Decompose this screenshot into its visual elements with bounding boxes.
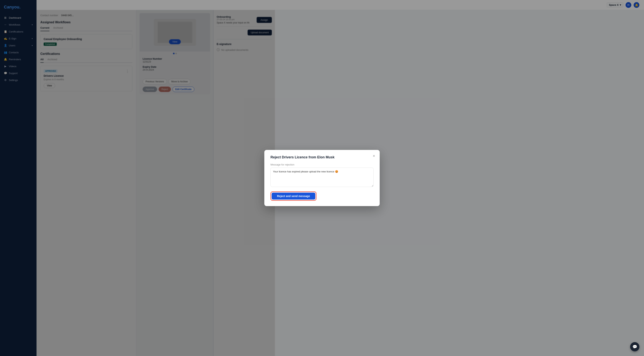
message-label: Message for rejection	[270, 163, 374, 166]
chat-icon: 💬	[632, 344, 637, 349]
rejection-message-input[interactable]: Your licence has expired please upload t…	[270, 168, 374, 187]
main-area: Space X ▾ FI 🔔 Contact number 0448 045..…	[36, 0, 644, 356]
modal-close-button[interactable]: ×	[373, 154, 375, 158]
reject-modal: Reject Drivers Licence from Elon Musk × …	[264, 150, 380, 206]
modal-title: Reject Drivers Licence from Elon Musk	[270, 155, 374, 159]
modal-overlay: Reject Drivers Licence from Elon Musk × …	[36, 0, 644, 356]
reject-and-send-button[interactable]: Reject and send message	[272, 193, 315, 200]
chat-bubble[interactable]: 💬	[630, 342, 640, 351]
reject-send-wrapper: Reject and send message	[270, 191, 316, 201]
